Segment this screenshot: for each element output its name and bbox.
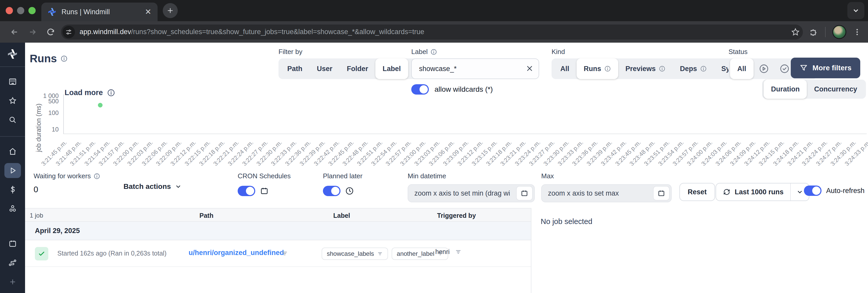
run-row[interactable]: Started 162s ago (Ran in 0,263s total) u… [25, 240, 531, 267]
window-close-button[interactable] [6, 7, 13, 14]
window-zoom-button[interactable] [28, 7, 36, 14]
filter-by-folder[interactable]: Folder [340, 58, 376, 79]
windmill-favicon [48, 7, 57, 17]
max-datetime-calendar-icon[interactable] [653, 186, 670, 201]
min-datetime-calendar-icon[interactable] [516, 186, 533, 201]
sidebar-add-button[interactable] [4, 274, 21, 289]
browser-menu-icon[interactable] [853, 28, 861, 36]
job-duration-point[interactable] [98, 103, 102, 108]
max-datetime-control: Max [541, 172, 672, 202]
filter-by-group: Filter by Path User Folder Label [278, 48, 426, 79]
no-job-selected-text: No job selected [541, 217, 868, 226]
window-controls [6, 7, 36, 14]
sidebar-item-resources[interactable] [4, 201, 21, 216]
back-icon[interactable] [7, 24, 22, 40]
waiting-for-workers: Waiting for workers 0 [34, 172, 100, 194]
cron-schedules-toggle[interactable] [238, 186, 255, 196]
chart-plot-area[interactable] [63, 94, 867, 134]
site-settings-icon[interactable] [63, 26, 75, 38]
kind-runs-info-icon [604, 65, 611, 72]
clear-label-icon[interactable] [526, 65, 533, 72]
kind-deps[interactable]: Deps [673, 58, 714, 79]
sidebar-item-search[interactable] [4, 112, 21, 127]
kind-label: Kind [552, 48, 757, 56]
column-path: Path [199, 212, 213, 219]
sidebar-item-schedules[interactable] [4, 236, 21, 251]
waiting-count: 0 [34, 185, 100, 194]
kind-previews[interactable]: Previews [618, 58, 673, 79]
filter-by-path-icon[interactable] [281, 250, 288, 257]
toolbar-divider [825, 27, 826, 37]
page-title: Runs [30, 53, 68, 65]
date-group-header: April 29, 2025 [25, 222, 531, 240]
job-count: 1 job [30, 212, 43, 219]
planned-later-toggle[interactable] [323, 186, 340, 196]
status-all[interactable]: All [730, 58, 753, 79]
reload-icon[interactable] [43, 24, 58, 40]
y-tick-10: 10 [28, 126, 59, 133]
window-minimize-button[interactable] [17, 7, 24, 14]
reset-button[interactable]: Reset [679, 183, 715, 201]
bookmark-star-icon[interactable] [791, 28, 800, 36]
success-check-icon [35, 247, 48, 260]
filter-by-path[interactable]: Path [280, 58, 310, 79]
status-label: Status [728, 48, 817, 56]
calendar-icon [260, 186, 269, 195]
new-tab-button[interactable] [163, 3, 178, 18]
runs-info-icon[interactable] [60, 55, 68, 62]
browser-tab-strip: Runs | Windmill ✕ [0, 0, 868, 21]
kind-segmented: All Runs Previews Deps Sync [552, 58, 757, 79]
more-filters-button[interactable]: More filters [791, 58, 860, 78]
job-detail-panel: No job selected [531, 208, 868, 293]
sidebar-divider [0, 66, 25, 67]
planned-later-label: Planned later [323, 172, 363, 180]
label-filter-label: Label [411, 48, 428, 56]
kind-runs[interactable]: Runs [577, 58, 618, 79]
label-info-icon[interactable] [430, 49, 437, 55]
main-content: Runs Filter by Path User Folder Label La… [25, 42, 868, 293]
cron-schedules-control: CRON Schedules [238, 172, 291, 196]
y-tick-100: 100 [28, 109, 59, 117]
sidebar-item-runs[interactable] [4, 163, 21, 178]
tab-title: Runs | Windmill [61, 8, 140, 16]
table-header: 1 job Path Label Triggered by [25, 208, 531, 222]
tab-close-icon[interactable]: ✕ [145, 8, 151, 16]
extensions-icon[interactable] [809, 27, 818, 37]
forward-icon[interactable] [25, 24, 40, 40]
windmill-logo-icon[interactable] [7, 48, 18, 60]
address-bar[interactable]: app.windmill.dev/runs?show_schedules=tru… [61, 25, 803, 39]
batch-actions-button[interactable]: Batch actions [123, 182, 182, 191]
filter-by-label-icon[interactable] [377, 251, 383, 257]
chevron-down-icon [175, 183, 182, 190]
browser-tab[interactable]: Runs | Windmill ✕ [41, 3, 158, 21]
column-triggered-by: Triggered by [437, 212, 476, 219]
auto-refresh-toggle[interactable] [804, 185, 822, 196]
run-path-link[interactable]: u/henri/organized_undefined [189, 249, 284, 257]
filter-by-label-option[interactable]: Label [375, 58, 408, 79]
waiting-info-icon[interactable] [94, 173, 100, 180]
kind-previews-info-icon [659, 65, 665, 72]
triggered-by-user: henri [435, 248, 450, 256]
sidebar-item-home[interactable] [4, 144, 21, 159]
sidebar-item-flows[interactable] [4, 255, 21, 270]
filter-by-user-icon[interactable] [455, 248, 462, 255]
profile-avatar[interactable] [832, 25, 846, 39]
max-datetime-label: Max [541, 172, 672, 180]
cron-schedules-label: CRON Schedules [238, 172, 291, 180]
x-axis-tick-labels: 3:21:45 p.m.3:21:48 p.m.3:21:51 p.m.3:21… [63, 137, 868, 170]
kind-group: Kind All Runs Previews Deps Sync [552, 48, 757, 79]
max-datetime-input[interactable] [541, 184, 672, 202]
tab-search-button[interactable] [847, 2, 864, 19]
label-filter-input[interactable] [411, 58, 539, 79]
browser-toolbar: app.windmill.dev/runs?show_schedules=tru… [0, 21, 868, 42]
auto-refresh-label: Auto-refresh [826, 187, 865, 195]
runs-chart: Load more job duration (ms) 1 000 500 10… [25, 88, 868, 171]
min-datetime-input[interactable] [408, 184, 535, 202]
status-running-icon[interactable] [753, 64, 774, 74]
sidebar-item-favorites[interactable] [4, 93, 21, 108]
kind-all[interactable]: All [553, 58, 577, 79]
sidebar-item-variables[interactable] [4, 182, 21, 197]
sidebar-item-workspace[interactable] [4, 74, 21, 89]
filter-by-user[interactable]: User [310, 58, 340, 79]
last-1000-runs-button[interactable]: Last 1000 runs [716, 183, 790, 201]
